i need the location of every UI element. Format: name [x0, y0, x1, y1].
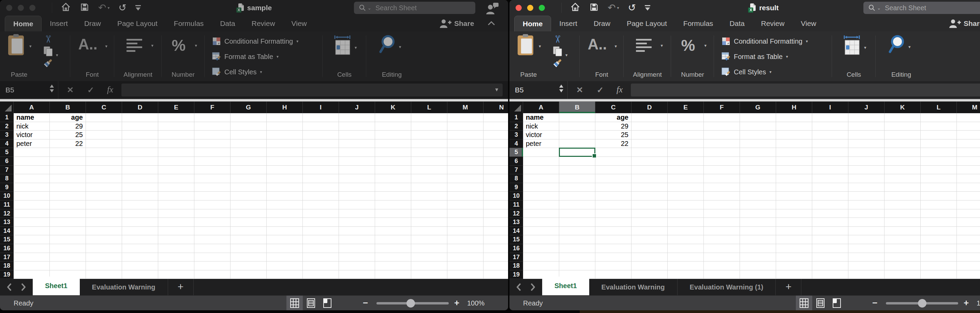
cell-I13[interactable] [812, 218, 848, 227]
row-header-11[interactable]: 11 [509, 200, 523, 209]
cell-K2[interactable] [375, 122, 411, 131]
cell-B11[interactable] [50, 200, 86, 209]
cell-G19[interactable] [231, 270, 267, 279]
home-icon[interactable] [61, 2, 71, 14]
cell-K7[interactable] [885, 166, 921, 175]
cell-C8[interactable] [86, 174, 122, 183]
cell-F10[interactable] [704, 192, 740, 200]
cell-C4[interactable] [86, 140, 122, 148]
conditional-formatting-caret-icon[interactable]: ▾ [296, 39, 298, 44]
cell-L3[interactable] [411, 130, 447, 140]
cell-G11[interactable] [231, 200, 267, 209]
ribbon-group-editing[interactable]: ▾ Editing [366, 31, 417, 81]
cell-M4[interactable] [957, 140, 980, 148]
cell-C5[interactable] [86, 148, 122, 157]
cell-N1[interactable] [484, 113, 508, 122]
normal-view-button[interactable] [286, 296, 303, 310]
number-caret-icon[interactable]: ▾ [195, 43, 197, 48]
cell-C14[interactable] [595, 227, 632, 235]
cell-H18[interactable] [267, 262, 303, 270]
cell-B3[interactable]: 25 [50, 130, 86, 140]
cell-L1[interactable] [921, 113, 957, 122]
format-painter-icon[interactable] [43, 58, 53, 70]
cell-B14[interactable] [50, 227, 86, 235]
cell-C16[interactable] [595, 244, 632, 253]
column-header-K[interactable]: K [375, 102, 411, 113]
row-header-14[interactable]: 14 [0, 227, 14, 235]
row-header-3[interactable]: 3 [509, 130, 523, 140]
cell-D15[interactable] [122, 235, 158, 244]
insert-function-icon[interactable]: fx [107, 81, 113, 98]
search-input[interactable]: ⌄ Search Sheet [354, 2, 475, 14]
normal-view-button[interactable] [796, 296, 812, 310]
cell-F9[interactable] [194, 183, 231, 192]
cell-H5[interactable] [267, 148, 303, 157]
cell-D6[interactable] [122, 157, 158, 166]
cell-A12[interactable] [14, 209, 50, 218]
cell-A14[interactable] [14, 227, 50, 235]
row-header-12[interactable]: 12 [0, 209, 14, 218]
cell-H3[interactable] [776, 130, 812, 140]
cell-D16[interactable] [632, 244, 668, 253]
cell-I11[interactable] [812, 200, 848, 209]
row-header-9[interactable]: 9 [0, 183, 14, 192]
enter-icon[interactable]: ✓ [597, 81, 603, 99]
cell-B7[interactable] [50, 166, 86, 175]
cell-C9[interactable] [86, 183, 122, 192]
cell-K10[interactable] [375, 192, 411, 200]
cell-B11[interactable] [559, 200, 595, 209]
cell-K4[interactable] [375, 140, 411, 148]
cell-B5[interactable] [50, 148, 86, 157]
cell-D10[interactable] [632, 192, 668, 200]
cell-I6[interactable] [303, 157, 339, 166]
cell-E13[interactable] [158, 218, 194, 227]
cell-I19[interactable] [303, 270, 339, 279]
cell-G4[interactable] [740, 140, 776, 148]
cell-I2[interactable] [812, 122, 848, 131]
cell-C13[interactable] [595, 218, 632, 227]
row-header-19[interactable]: 19 [509, 270, 523, 279]
cell-C3[interactable]: 25 [595, 130, 632, 140]
cell-L2[interactable] [411, 122, 447, 131]
paste-icon[interactable] [518, 35, 533, 55]
cell-N12[interactable] [484, 209, 508, 218]
cell-A18[interactable] [523, 262, 559, 270]
column-header-H[interactable]: H [776, 102, 812, 113]
cell-styles-button[interactable]: Cell Styles ▾ [722, 66, 772, 78]
cell-C12[interactable] [86, 209, 122, 218]
cell-D8[interactable] [122, 174, 158, 183]
row-header-7[interactable]: 7 [509, 166, 523, 175]
cell-D17[interactable] [122, 253, 158, 262]
cell-F12[interactable] [704, 209, 740, 218]
page-break-view-button[interactable] [319, 296, 336, 310]
cell-I8[interactable] [812, 174, 848, 183]
row-header-1[interactable]: 1 [509, 113, 523, 122]
cell-E9[interactable] [668, 183, 704, 192]
cell-styles-button[interactable]: Cell Styles ▾ [212, 66, 262, 78]
cell-E1[interactable] [668, 113, 704, 122]
redo-button[interactable]: ↺ [628, 3, 636, 13]
cell-E8[interactable] [668, 174, 704, 183]
cell-C11[interactable] [595, 200, 632, 209]
cell-N7[interactable] [484, 166, 508, 175]
cell-H18[interactable] [776, 262, 812, 270]
cell-F12[interactable] [194, 209, 231, 218]
cell-J16[interactable] [339, 244, 375, 253]
cell-D9[interactable] [122, 183, 158, 192]
select-all-corner[interactable] [0, 102, 14, 113]
cell-F10[interactable] [194, 192, 231, 200]
cell-H19[interactable] [776, 270, 812, 279]
formula-input[interactable]: ▼ [121, 84, 503, 97]
cell-I16[interactable] [303, 244, 339, 253]
ribbon-group-number[interactable]: % ▾ Number [162, 31, 205, 81]
cell-K9[interactable] [885, 183, 921, 192]
cell-B16[interactable] [559, 244, 595, 253]
cell-G6[interactable] [740, 157, 776, 166]
cell-I17[interactable] [812, 253, 848, 262]
cell-E8[interactable] [158, 174, 194, 183]
ribbon-group-alignment[interactable]: ▾ Alignment [624, 31, 671, 81]
cell-J7[interactable] [339, 166, 375, 175]
cell-F15[interactable] [194, 235, 231, 244]
ribbon-group-alignment[interactable]: ▾ Alignment [114, 31, 162, 81]
cell-A17[interactable] [14, 253, 50, 262]
